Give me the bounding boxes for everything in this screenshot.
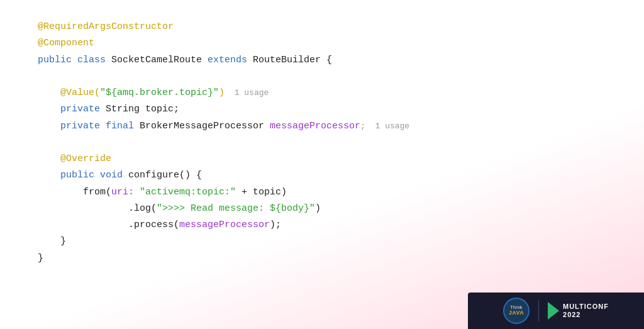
multiconf-label: MULTICONF — [563, 303, 609, 311]
code-token: @Component — [38, 38, 94, 48]
code-token: ); — [270, 220, 281, 230]
code-token: uri: — [111, 187, 140, 198]
code-token: ) — [315, 203, 321, 214]
code-line: .log(">>>> Read message: ${body}") — [38, 201, 606, 217]
code-token: class — [77, 55, 111, 65]
code-token: private — [60, 104, 106, 114]
code-line: } — [38, 250, 606, 267]
code-token: String — [106, 104, 140, 114]
code-token: void — [100, 170, 128, 181]
code-line — [38, 135, 606, 151]
code-token: } — [38, 253, 43, 264]
code-token: SocketCamelRoute — [111, 55, 208, 65]
code-line: from(uri: "activemq:topic:" + topic) — [38, 184, 606, 201]
code-token: .log( — [38, 203, 157, 214]
code-token: ) — [219, 87, 225, 98]
code-token: + topic) — [236, 187, 287, 198]
code-line: public class SocketCamelRoute extends Ro… — [38, 52, 606, 69]
code-token: @RequiredArgsConstructor — [38, 21, 174, 32]
java-label: JAVA — [509, 310, 525, 316]
code-line: public void configure() { — [38, 167, 606, 184]
code-token: messageProcessor — [270, 121, 360, 131]
code-token: .process( — [38, 220, 179, 230]
code-line: } — [38, 233, 606, 250]
code-token: "${amq.broker.topic}" — [100, 87, 219, 98]
code-line: .process(messageProcessor); — [38, 217, 606, 233]
multiconf-text: MULTICONF 2022 — [563, 303, 609, 319]
code-block: @RequiredArgsConstructor@Componentpublic… — [0, 0, 644, 286]
logo-divider — [538, 300, 539, 321]
code-token: 1 usage — [225, 88, 269, 98]
code-line: private String topic; — [38, 101, 606, 118]
code-line: @Value("${amq.broker.topic}") 1 usage — [38, 85, 606, 101]
code-token — [38, 121, 60, 131]
multiconf-year: 2022 — [563, 311, 609, 319]
code-token: "activemq:topic:" — [140, 187, 236, 198]
code-token: ">>>> Read message: ${body}" — [157, 203, 315, 214]
code-token: private final — [60, 121, 140, 131]
think-java-logo: Think JAVA — [503, 298, 530, 324]
code-token: BrokerMessageProcessor — [140, 121, 270, 131]
chevron-icon — [548, 302, 559, 320]
code-line: @RequiredArgsConstructor — [38, 19, 606, 35]
code-token: @Override — [38, 153, 111, 164]
code-token: { — [321, 55, 332, 65]
code-token: messageProcessor — [179, 220, 270, 230]
code-line — [38, 69, 606, 85]
code-line: @Override — [38, 151, 606, 167]
code-token — [38, 104, 60, 114]
code-token: public — [60, 170, 100, 181]
code-token: topic; — [140, 104, 179, 114]
code-token: public — [38, 55, 77, 65]
code-token: RouteBuilder — [253, 55, 321, 65]
code-line: private final BrokerMessageProcessor mes… — [38, 118, 606, 135]
multiconf-logo: MULTICONF 2022 — [548, 302, 609, 320]
code-token: from( — [38, 187, 111, 198]
branding-bar: Think JAVA MULTICONF 2022 — [468, 293, 644, 329]
code-token: ; 1 usage — [360, 121, 409, 131]
code-token — [38, 170, 60, 181]
code-token: @Value( — [38, 87, 100, 98]
code-line: @Component — [38, 35, 606, 52]
code-token: } — [38, 236, 66, 247]
code-token: extends — [208, 55, 253, 65]
code-token: configure() { — [128, 170, 202, 181]
